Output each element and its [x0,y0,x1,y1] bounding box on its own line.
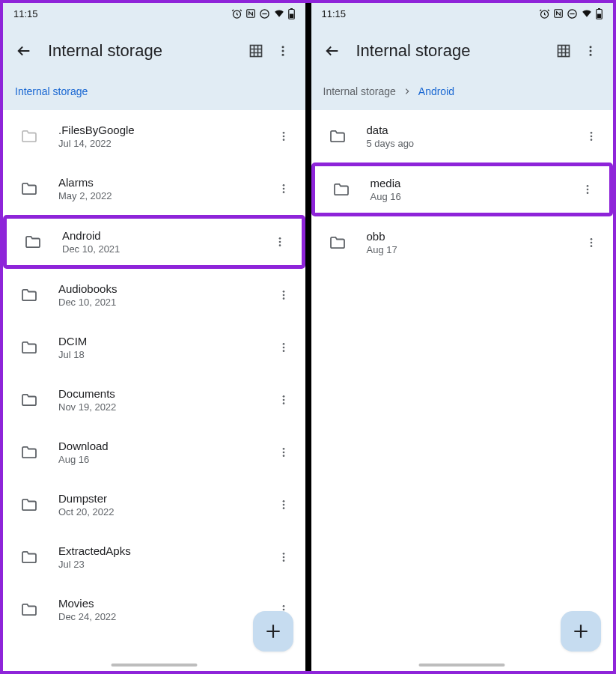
folder-row[interactable]: obbAug 17 [311,216,614,269]
pane-right: 11:15 Internal storage Internal storageA… [311,3,614,671]
dnd-icon [567,8,578,19]
row-more-button[interactable] [269,491,298,519]
row-more-button[interactable] [577,122,606,151]
svg-point-27 [282,402,284,404]
nav-handle[interactable] [419,664,505,667]
battery-icon [596,8,603,19]
nav-handle[interactable] [111,664,197,667]
row-more-button[interactable] [269,543,298,571]
nfc-icon [246,8,256,19]
row-more-button[interactable] [269,174,298,203]
folder-name: media [370,177,574,189]
folder-name: Alarms [58,176,269,189]
folder-name: Documents [58,387,269,400]
folder-date: Dec 10, 2021 [62,243,266,255]
row-more-button[interactable] [269,122,298,151]
svg-point-50 [591,132,593,134]
folder-list[interactable]: .FilesByGoogleJul 14, 2022AlarmsMay 2, 2… [3,110,305,671]
folder-row[interactable]: DumpsterOct 20, 2022 [3,479,305,531]
svg-point-25 [282,395,284,398]
svg-point-13 [282,184,284,186]
breadcrumb-item[interactable]: Internal storage [323,85,396,97]
folder-date: Nov 19, 2022 [58,401,269,413]
folder-text: DownloadAug 16 [58,440,269,465]
fab-add-button[interactable] [253,611,293,652]
folder-date: Jul 14, 2022 [58,138,269,149]
svg-point-36 [282,559,284,562]
svg-point-16 [278,237,281,240]
row-more-button[interactable] [269,333,298,362]
folder-name: data [367,124,578,136]
back-button[interactable] [323,42,341,60]
breadcrumb: Internal storage [3,79,305,110]
status-time: 11:15 [13,8,38,19]
svg-rect-5 [289,13,293,18]
folder-row[interactable]: ExtractedApksJul 23 [3,531,305,583]
svg-point-11 [282,136,284,138]
row-more-button[interactable] [269,386,298,414]
row-more-button[interactable] [573,175,602,204]
alarm-icon [539,8,550,19]
folder-text: ExtractedApksJul 23 [58,544,269,570]
svg-rect-4 [290,8,293,10]
row-more-button[interactable] [269,438,298,467]
folder-list[interactable]: data5 days agomediaAug 16obbAug 17 [311,110,614,671]
folder-row[interactable]: DCIMJul 18 [3,321,305,374]
folder-row[interactable]: AndroidDec 10, 2021 [3,215,305,269]
svg-point-28 [282,448,284,450]
svg-point-54 [587,189,589,191]
folder-row[interactable]: AudiobooksDec 10, 2021 [3,269,305,321]
folder-icon [333,182,351,197]
back-button[interactable] [15,42,33,60]
folder-row[interactable]: .FilesByGoogleJul 14, 2022 [3,110,305,163]
svg-point-15 [282,191,284,193]
svg-point-52 [591,139,593,141]
svg-point-23 [282,347,284,349]
app-bar: Internal storage [311,24,614,79]
svg-point-48 [590,50,592,52]
folder-date: Aug 16 [370,191,574,202]
folder-name: .FilesByGoogle [58,124,269,136]
folder-date: Aug 16 [58,454,269,465]
svg-point-7 [281,46,284,48]
svg-point-57 [591,242,593,244]
folder-text: obbAug 17 [367,230,578,255]
svg-point-55 [587,192,589,194]
fab-add-button[interactable] [561,611,601,652]
folder-name: DCIM [58,335,269,347]
folder-name: Download [58,440,269,452]
folder-text: .FilesByGoogleJul 14, 2022 [58,124,269,149]
folder-row[interactable]: DownloadAug 16 [3,426,305,479]
folder-text: mediaAug 16 [370,177,574,202]
breadcrumb-item: Android [418,85,454,97]
svg-point-56 [591,238,593,240]
row-more-button[interactable] [266,228,294,256]
folder-icon [21,129,39,144]
svg-point-8 [281,50,284,52]
view-grid-button[interactable] [550,37,577,64]
folder-row[interactable]: AlarmsMay 2, 2022 [3,163,305,215]
more-options-button[interactable] [577,37,604,64]
folder-row[interactable]: data5 days ago [311,110,614,163]
svg-point-22 [282,343,284,345]
folder-icon [329,129,347,144]
folder-date: Jul 18 [58,349,269,360]
folder-text: DocumentsNov 19, 2022 [58,387,269,413]
alarm-icon [231,8,243,19]
more-options-button[interactable] [269,37,296,64]
folder-icon [21,602,39,617]
folder-row[interactable]: mediaAug 16 [311,163,614,216]
row-more-button[interactable] [577,228,606,257]
row-more-button[interactable] [269,281,298,309]
svg-rect-45 [597,13,601,18]
svg-point-31 [282,500,284,503]
svg-rect-44 [598,8,600,10]
status-bar: 11:15 [3,3,305,24]
breadcrumb-item: Internal storage [15,85,88,97]
dnd-icon [259,8,270,19]
folder-text: AudiobooksDec 10, 2021 [58,282,269,308]
view-grid-button[interactable] [243,37,269,64]
folder-row[interactable]: DocumentsNov 19, 2022 [3,374,305,426]
folder-icon [329,235,347,250]
chevron-right-icon [403,88,411,95]
